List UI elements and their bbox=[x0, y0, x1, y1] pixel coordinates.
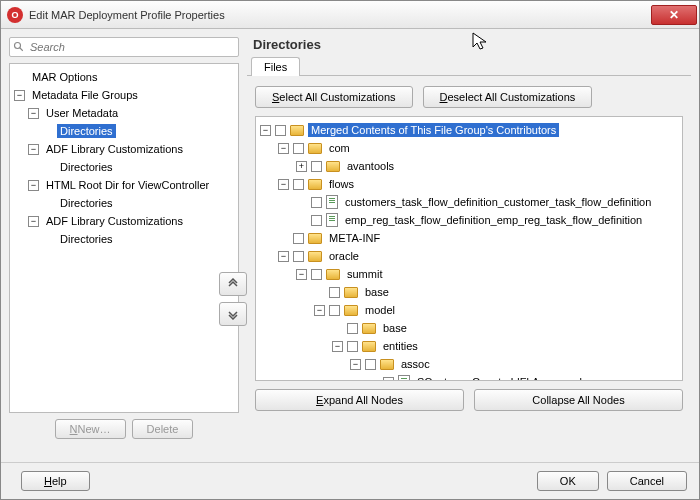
deselect-all-cust-button[interactable]: Deselect All Customizations bbox=[423, 86, 593, 108]
nav-directories-adf2[interactable]: Directories bbox=[10, 230, 238, 248]
dialog-body: MAR Options −Metadata File Groups −User … bbox=[1, 29, 699, 462]
chevron-down-icon bbox=[227, 308, 239, 320]
search-input[interactable] bbox=[9, 37, 239, 57]
select-all-cust-button[interactable]: Select All Customizations bbox=[255, 86, 413, 108]
tree-model[interactable]: −model bbox=[256, 301, 682, 319]
delete-button[interactable]: Delete bbox=[132, 419, 194, 439]
tree-flows[interactable]: −flows bbox=[256, 175, 682, 193]
move-down-button[interactable] bbox=[219, 302, 247, 326]
svg-point-0 bbox=[15, 43, 21, 49]
search-icon bbox=[13, 41, 25, 53]
titlebar: O Edit MAR Deployment Profile Properties… bbox=[1, 1, 699, 29]
expander-icon[interactable]: + bbox=[296, 161, 307, 172]
customization-buttons: Select All Customizations Deselect All C… bbox=[255, 86, 683, 108]
expander-icon[interactable]: − bbox=[28, 108, 39, 119]
nav-adf-lib-cust[interactable]: −ADF Library Customizations bbox=[10, 140, 238, 158]
nav-mar-options[interactable]: MAR Options bbox=[10, 68, 238, 86]
expander-icon[interactable]: − bbox=[278, 143, 289, 154]
window-title: Edit MAR Deployment Profile Properties bbox=[29, 9, 651, 21]
close-button[interactable]: ✕ bbox=[651, 5, 697, 25]
tab-files[interactable]: Files bbox=[251, 57, 300, 76]
collapse-all-button[interactable]: Collapse All Nodes bbox=[474, 389, 683, 411]
checkbox[interactable] bbox=[311, 161, 322, 172]
checkbox[interactable] bbox=[293, 179, 304, 190]
reorder-buttons bbox=[219, 272, 247, 326]
tab-bar: Files bbox=[247, 56, 691, 76]
file-icon bbox=[326, 195, 338, 209]
right-column: Directories Files Select All Customizati… bbox=[247, 37, 691, 454]
section-title: Directories bbox=[253, 37, 691, 52]
expander-icon[interactable]: − bbox=[260, 125, 271, 136]
checkbox[interactable] bbox=[293, 233, 304, 244]
checkbox[interactable] bbox=[383, 377, 394, 382]
checkbox[interactable] bbox=[365, 359, 376, 370]
checkbox[interactable] bbox=[293, 143, 304, 154]
expander-icon[interactable]: − bbox=[278, 251, 289, 262]
tree-base1[interactable]: base bbox=[256, 283, 682, 301]
folder-icon bbox=[326, 161, 340, 172]
tree-flow1[interactable]: customers_task_flow_definition_customer_… bbox=[256, 193, 682, 211]
checkbox[interactable] bbox=[329, 287, 340, 298]
expander-icon[interactable]: − bbox=[28, 180, 39, 191]
svg-line-1 bbox=[20, 48, 23, 51]
folder-icon bbox=[380, 359, 394, 370]
tree-flow2[interactable]: emp_reg_task_flow_definition_emp_reg_tas… bbox=[256, 211, 682, 229]
expander-icon[interactable]: − bbox=[350, 359, 361, 370]
folder-icon bbox=[308, 251, 322, 262]
folder-icon bbox=[290, 125, 304, 136]
new-button[interactable]: NNew… bbox=[55, 419, 126, 439]
checkbox[interactable] bbox=[275, 125, 286, 136]
file-icon bbox=[398, 375, 410, 381]
files-content: Select All Customizations Deselect All C… bbox=[247, 76, 691, 454]
tree-entities[interactable]: −entities bbox=[256, 337, 682, 355]
tree-summit[interactable]: −summit bbox=[256, 265, 682, 283]
nav-action-buttons: NNew… Delete bbox=[9, 419, 239, 439]
folder-icon bbox=[362, 341, 376, 352]
expander-icon[interactable]: − bbox=[14, 90, 25, 101]
nav-adf-lib-cust2[interactable]: −ADF Library Customizations bbox=[10, 212, 238, 230]
left-column: MAR Options −Metadata File Groups −User … bbox=[9, 37, 239, 454]
expand-all-button[interactable]: Expand All Nodes bbox=[255, 389, 464, 411]
expander-icon[interactable]: − bbox=[28, 216, 39, 227]
tree-metainf[interactable]: META-INF bbox=[256, 229, 682, 247]
checkbox[interactable] bbox=[347, 323, 358, 334]
dialog-window: O Edit MAR Deployment Profile Properties… bbox=[0, 0, 700, 500]
expander-icon[interactable]: − bbox=[332, 341, 343, 352]
file-icon bbox=[326, 213, 338, 227]
tree-com[interactable]: −com bbox=[256, 139, 682, 157]
tree-avantools[interactable]: +avantools bbox=[256, 157, 682, 175]
ok-button[interactable]: OK bbox=[537, 471, 599, 491]
expander-icon[interactable]: − bbox=[314, 305, 325, 316]
app-icon: O bbox=[7, 7, 23, 23]
nav-user-metadata[interactable]: −User Metadata bbox=[10, 104, 238, 122]
tree-xml1[interactable]: SCustomerCountryIdFkAssoc.xml bbox=[256, 373, 682, 381]
move-up-button[interactable] bbox=[219, 272, 247, 296]
checkbox[interactable] bbox=[311, 269, 322, 280]
expander-icon[interactable]: − bbox=[296, 269, 307, 280]
tree-oracle[interactable]: −oracle bbox=[256, 247, 682, 265]
file-tree[interactable]: −Merged Contents of This File Group's Co… bbox=[255, 116, 683, 381]
expander-icon[interactable]: − bbox=[28, 144, 39, 155]
nav-html-root[interactable]: −HTML Root Dir for ViewController bbox=[10, 176, 238, 194]
nav-metadata-groups[interactable]: −Metadata File Groups bbox=[10, 86, 238, 104]
folder-icon bbox=[344, 287, 358, 298]
nav-directories-selected[interactable]: Directories bbox=[10, 122, 238, 140]
checkbox[interactable] bbox=[293, 251, 304, 262]
tree-base2[interactable]: base bbox=[256, 319, 682, 337]
nav-directories-html[interactable]: Directories bbox=[10, 194, 238, 212]
nav-tree: MAR Options −Metadata File Groups −User … bbox=[9, 63, 239, 413]
cancel-button[interactable]: Cancel bbox=[607, 471, 687, 491]
search-container bbox=[9, 37, 239, 57]
checkbox[interactable] bbox=[311, 197, 322, 208]
checkbox[interactable] bbox=[347, 341, 358, 352]
nav-directories-adf[interactable]: Directories bbox=[10, 158, 238, 176]
dialog-footer: Help OK Cancel bbox=[1, 462, 699, 499]
checkbox[interactable] bbox=[329, 305, 340, 316]
tree-assoc[interactable]: −assoc bbox=[256, 355, 682, 373]
folder-icon bbox=[308, 233, 322, 244]
help-button[interactable]: Help bbox=[21, 471, 90, 491]
checkbox[interactable] bbox=[311, 215, 322, 226]
expand-collapse-buttons: Expand All Nodes Collapse All Nodes bbox=[255, 389, 683, 411]
tree-root[interactable]: −Merged Contents of This File Group's Co… bbox=[256, 121, 682, 139]
expander-icon[interactable]: − bbox=[278, 179, 289, 190]
